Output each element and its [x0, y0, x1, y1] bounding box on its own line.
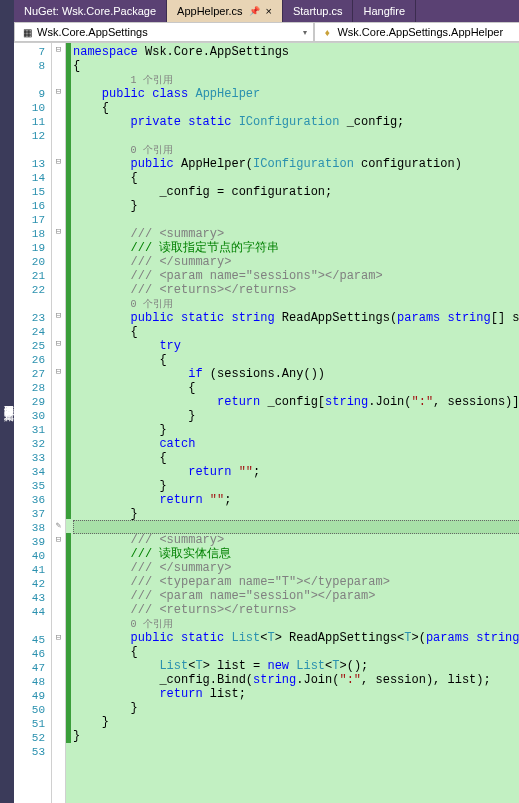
- collapse-icon[interactable]: ⊟: [52, 155, 65, 169]
- code-line[interactable]: /// <param name="sessions"></param>: [73, 269, 519, 283]
- code-line[interactable]: List<T> list = new List<T>();: [73, 659, 519, 673]
- code-line[interactable]: return _config[string.Join(":", sessions…: [73, 395, 519, 409]
- collapse-icon[interactable]: ⊟: [52, 337, 65, 351]
- code-line[interactable]: /// </summary>: [73, 255, 519, 269]
- line-number: 26: [14, 353, 51, 367]
- code-line[interactable]: {: [73, 101, 519, 115]
- code-line[interactable]: return "";: [73, 493, 519, 507]
- margin-cell: [52, 169, 65, 183]
- line-number: 48: [14, 675, 51, 689]
- line-number: 35: [14, 479, 51, 493]
- codelens-references[interactable]: 1 个引用: [73, 73, 519, 87]
- code-line[interactable]: [73, 213, 519, 227]
- code-line[interactable]: }: [73, 199, 519, 213]
- tool-window-tabs[interactable]: 服务器资源管理器 工具箱: [0, 0, 14, 803]
- code-line[interactable]: {: [73, 353, 519, 367]
- tab-startup[interactable]: Startup.cs: [283, 0, 354, 22]
- line-number: 9: [14, 87, 51, 101]
- line-number: 12: [14, 129, 51, 143]
- code-line[interactable]: _config = configuration;: [73, 185, 519, 199]
- code-line[interactable]: /// <typeparam name="T"></typeparam>: [73, 575, 519, 589]
- close-icon[interactable]: ×: [266, 5, 272, 17]
- outline-margin[interactable]: ⊟⊟⊟⊟⊟⊟⊟✎⊟⊟: [52, 43, 66, 803]
- line-number: 7: [14, 45, 51, 59]
- code-line[interactable]: [73, 743, 519, 757]
- code-line[interactable]: public static List<T> ReadAppSettings<T>…: [73, 631, 519, 645]
- nav-class-dropdown[interactable]: ♦ Wsk.Core.AppSettings.AppHelper: [314, 22, 519, 42]
- tab-nuget[interactable]: NuGet: Wsk.Core.Package: [14, 0, 167, 22]
- code-line[interactable]: }: [73, 423, 519, 437]
- margin-cell: [52, 463, 65, 477]
- code-line[interactable]: /// <param name="session"></param>: [73, 589, 519, 603]
- collapse-icon[interactable]: ⊟: [52, 43, 65, 57]
- code-line[interactable]: {: [73, 451, 519, 465]
- code-editor[interactable]: 78 9101112 13141516171819202122 23242526…: [14, 43, 519, 803]
- code-line[interactable]: }: [73, 479, 519, 493]
- margin-cell: [52, 435, 65, 449]
- line-number: 41: [14, 563, 51, 577]
- code-line[interactable]: {: [73, 59, 519, 73]
- collapse-icon[interactable]: ⊟: [52, 309, 65, 323]
- code-line[interactable]: }: [73, 701, 519, 715]
- code-line[interactable]: if (sessions.Any()): [73, 367, 519, 381]
- margin-cell: [52, 491, 65, 505]
- code-line[interactable]: return "";: [73, 465, 519, 479]
- code-line[interactable]: [73, 520, 519, 534]
- line-number: 43: [14, 591, 51, 605]
- line-number: 42: [14, 577, 51, 591]
- collapse-icon[interactable]: ⊟: [52, 365, 65, 379]
- code-line[interactable]: /// </summary>: [73, 561, 519, 575]
- margin-cell: [52, 393, 65, 407]
- nav-project-dropdown[interactable]: ▦ Wsk.Core.AppSettings ▾: [14, 22, 314, 42]
- code-line[interactable]: namespace Wsk.Core.AppSettings: [73, 45, 519, 59]
- line-number: 29: [14, 395, 51, 409]
- code-line[interactable]: /// <summary>: [73, 227, 519, 241]
- code-line[interactable]: }: [73, 507, 519, 521]
- code-line[interactable]: catch: [73, 437, 519, 451]
- line-number: 32: [14, 437, 51, 451]
- code-line[interactable]: /// <summary>: [73, 533, 519, 547]
- code-line[interactable]: /// 读取实体信息: [73, 547, 519, 561]
- code-line[interactable]: public static string ReadAppSettings(par…: [73, 311, 519, 325]
- line-number: 10: [14, 101, 51, 115]
- margin-cell: [52, 505, 65, 519]
- code-line[interactable]: /// 读取指定节点的字符串: [73, 241, 519, 255]
- code-line[interactable]: return list;: [73, 687, 519, 701]
- margin-cell: [52, 701, 65, 715]
- line-number: 28: [14, 381, 51, 395]
- line-number: 51: [14, 717, 51, 731]
- code-line[interactable]: /// <returns></returns>: [73, 283, 519, 297]
- document-tabs: NuGet: Wsk.Core.Package AppHelper.cs 📌 ×…: [14, 0, 519, 22]
- code-line[interactable]: [73, 129, 519, 143]
- line-number: 45: [14, 633, 51, 647]
- collapse-icon[interactable]: ⊟: [52, 631, 65, 645]
- margin-cell: [52, 743, 65, 757]
- code-line[interactable]: {: [73, 171, 519, 185]
- codelens-references[interactable]: 0 个引用: [73, 143, 519, 157]
- code-line[interactable]: }: [73, 409, 519, 423]
- code-line[interactable]: {: [73, 325, 519, 339]
- collapse-icon[interactable]: ⊟: [52, 225, 65, 239]
- pin-icon[interactable]: 📌: [249, 6, 260, 16]
- codelens-references[interactable]: 0 个引用: [73, 297, 519, 311]
- code-area[interactable]: namespace Wsk.Core.AppSettings{ 1 个引用 pu…: [71, 43, 519, 803]
- code-line[interactable]: /// <returns></returns>: [73, 603, 519, 617]
- tab-apphelper[interactable]: AppHelper.cs 📌 ×: [167, 0, 283, 22]
- code-line[interactable]: {: [73, 645, 519, 659]
- tab-hangfire[interactable]: Hangfire: [353, 0, 416, 22]
- code-line[interactable]: }: [73, 715, 519, 729]
- code-line[interactable]: }: [73, 729, 519, 743]
- code-line[interactable]: {: [73, 381, 519, 395]
- collapse-icon[interactable]: ⊟: [52, 85, 65, 99]
- code-line[interactable]: public class AppHelper: [73, 87, 519, 101]
- code-line[interactable]: try: [73, 339, 519, 353]
- code-line[interactable]: private static IConfiguration _config;: [73, 115, 519, 129]
- line-number: 50: [14, 703, 51, 717]
- margin-cell: [52, 113, 65, 127]
- line-number: 39: [14, 535, 51, 549]
- line-number: 49: [14, 689, 51, 703]
- collapse-icon[interactable]: ⊟: [52, 533, 65, 547]
- codelens-references[interactable]: 0 个引用: [73, 617, 519, 631]
- code-line[interactable]: _config.Bind(string.Join(":", session), …: [73, 673, 519, 687]
- code-line[interactable]: public AppHelper(IConfiguration configur…: [73, 157, 519, 171]
